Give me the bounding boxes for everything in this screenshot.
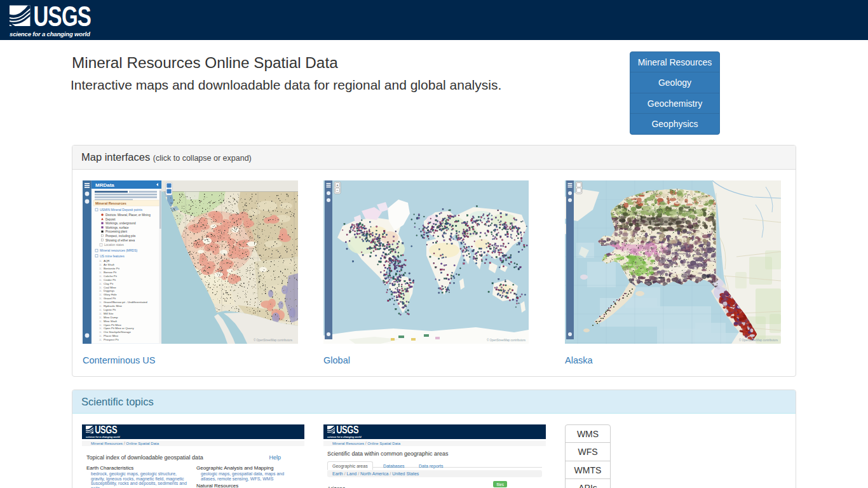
svg-text:© OpenStreetMap contributors: © OpenStreetMap contributors [254, 338, 293, 342]
svg-text:⤫: ⤫ [99, 282, 102, 285]
svg-text:Districts: Mineral, Placer, or: Districts: Mineral, Placer, or Mining [105, 214, 151, 217]
svg-text:Workings, surface: Workings, surface [105, 226, 129, 229]
svg-text:⤫: ⤫ [99, 286, 102, 289]
svg-text:Location states: Location states [104, 243, 125, 247]
svg-text:Processing plant: Processing plant [105, 230, 128, 233]
svg-text:USMIN Mineral Deposit points: USMIN Mineral Deposit points [100, 208, 142, 212]
svg-text:⤫: ⤫ [99, 312, 102, 315]
svg-text:⤫: ⤫ [99, 323, 102, 327]
svg-text:⤫: ⤫ [99, 304, 102, 308]
svg-text:−: − [336, 188, 339, 192]
svg-text:Mine Shaft: Mine Shaft [104, 320, 118, 323]
svg-text:science for a changing world: science for a changing world [327, 435, 362, 438]
svg-text:⤫: ⤫ [99, 308, 102, 311]
svg-text:science for a changing world: science for a changing world [10, 30, 91, 37]
svg-text:⤫: ⤫ [99, 293, 102, 296]
svg-text:Cinder Pit: Cinder Pit [104, 278, 116, 281]
svg-text:Open Pit Mine: Open Pit Mine [104, 323, 121, 327]
svg-text:⤫: ⤫ [99, 338, 102, 341]
svg-text:⤫: ⤫ [99, 316, 102, 319]
svg-text:Caliche Pit: Caliche Pit [104, 274, 118, 278]
svg-text:Borrow Pit: Borrow Pit [104, 271, 117, 274]
svg-text:Clay Pit: Clay Pit [104, 282, 114, 285]
svg-text:Gravel Pit: Gravel Pit [104, 297, 116, 300]
svg-text:⤫: ⤫ [99, 289, 102, 292]
svg-text:© OpenStreetMap contributors: © OpenStreetMap contributors [487, 338, 526, 342]
svg-text:Diggings: Diggings [104, 289, 115, 292]
svg-text:⤫: ⤫ [99, 327, 102, 330]
svg-text:Bentonite Pit: Bentonite Pit [104, 267, 120, 270]
svg-text:Coal Mine: Coal Mine [104, 286, 116, 289]
svg-text:MRData: MRData [95, 182, 114, 188]
svg-text:⤫: ⤫ [99, 263, 102, 266]
svg-text:USGS: USGS [34, 4, 92, 32]
svg-text:Prospect Pit: Prospect Pit [104, 338, 119, 341]
svg-text:⤫: ⤫ [99, 278, 102, 281]
svg-text:Open Pit Mine or Quarry: Open Pit Mine or Quarry [104, 327, 134, 330]
svg-text:+: + [336, 183, 339, 187]
svg-text:⤫: ⤫ [99, 267, 102, 270]
svg-text:Prospect, including pits: Prospect, including pits [105, 234, 136, 238]
svg-text:⤫: ⤫ [99, 320, 102, 323]
svg-text:Mineral resources (MRDS): Mineral resources (MRDS) [100, 248, 138, 252]
svg-text:Placer Mine: Placer Mine [104, 334, 119, 337]
svg-text:Showing of either area: Showing of either area [105, 239, 135, 242]
svg-text:⤫: ⤫ [99, 271, 102, 274]
svg-text:Glory Hole: Glory Hole [104, 293, 117, 296]
svg-text:science for a changing world: science for a changing world [86, 435, 120, 438]
svg-text:USGS: USGS [336, 424, 358, 435]
svg-text:Deposit: Deposit [105, 218, 116, 221]
svg-text:Air Shaft: Air Shaft [104, 263, 115, 266]
svg-text:⤫: ⤫ [99, 274, 102, 278]
svg-text:⤫: ⤫ [99, 297, 102, 300]
svg-text:© OpenStreetMap contributors: © OpenStreetMap contributors [739, 338, 778, 342]
svg-text:⤫: ⤫ [99, 334, 102, 337]
svg-text:Mineral Resources: Mineral Resources [95, 201, 126, 205]
svg-text:AQR: AQR [104, 259, 110, 262]
svg-text:Mill Site: Mill Site [104, 312, 114, 315]
svg-text:Lignite Pit: Lignite Pit [104, 308, 116, 311]
svg-text:Gravel/Borrow pit - Undifferen: Gravel/Borrow pit - Undifferentiated [104, 301, 147, 304]
svg-text:Workings, underground: Workings, underground [105, 222, 136, 225]
svg-text:⤫: ⤫ [99, 259, 102, 262]
svg-text:⤫: ⤫ [99, 301, 102, 304]
svg-text:Ore Stockpile/Storage: Ore Stockpile/Storage [104, 330, 132, 334]
svg-text:Hydraulic Mine: Hydraulic Mine [104, 304, 123, 308]
svg-text:US mine features: US mine features [100, 254, 125, 258]
svg-text:USGS: USGS [95, 424, 117, 435]
svg-text:⤫: ⤫ [99, 330, 102, 334]
svg-text:Mine Dump: Mine Dump [104, 316, 118, 319]
